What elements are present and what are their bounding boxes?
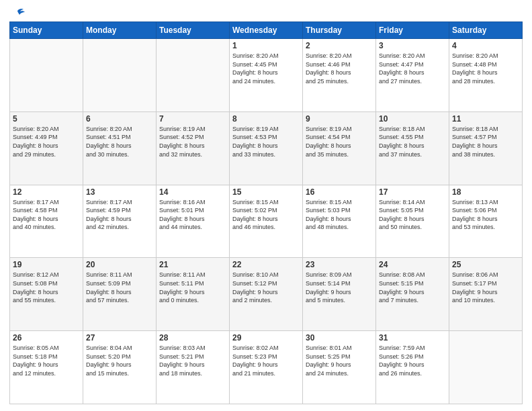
day-number: 16 <box>306 187 373 197</box>
day-info: Sunrise: 8:09 AM Sunset: 5:14 PM Dayligh… <box>306 271 373 304</box>
day-info: Sunrise: 8:19 AM Sunset: 4:53 PM Dayligh… <box>232 125 300 158</box>
day-info: Sunrise: 8:16 AM Sunset: 5:01 PM Dayligh… <box>159 198 226 232</box>
day-info: Sunrise: 8:06 AM Sunset: 5:17 PM Dayligh… <box>452 271 519 304</box>
day-info: Sunrise: 8:20 AM Sunset: 4:51 PM Dayligh… <box>86 125 153 158</box>
day-number: 24 <box>379 260 446 269</box>
day-info: Sunrise: 8:20 AM Sunset: 4:46 PM Dayligh… <box>306 52 373 85</box>
calendar-cell: 2Sunrise: 8:20 AM Sunset: 4:46 PM Daylig… <box>303 39 376 112</box>
calendar-week-2: 5Sunrise: 8:20 AM Sunset: 4:49 PM Daylig… <box>10 111 523 185</box>
day-number: 26 <box>13 333 80 342</box>
day-info: Sunrise: 8:20 AM Sunset: 4:47 PM Dayligh… <box>379 52 446 85</box>
day-number: 3 <box>379 41 446 50</box>
calendar-cell: 8Sunrise: 8:19 AM Sunset: 4:53 PM Daylig… <box>230 111 303 185</box>
calendar-cell: 4Sunrise: 8:20 AM Sunset: 4:48 PM Daylig… <box>449 39 523 112</box>
calendar-week-1: 1Sunrise: 8:20 AM Sunset: 4:45 PM Daylig… <box>10 39 523 112</box>
calendar-cell: 28Sunrise: 8:03 AM Sunset: 5:21 PM Dayli… <box>157 331 230 404</box>
day-number: 15 <box>232 187 300 197</box>
day-info: Sunrise: 8:08 AM Sunset: 5:15 PM Dayligh… <box>379 271 446 304</box>
day-number: 10 <box>379 114 446 124</box>
day-info: Sunrise: 8:04 AM Sunset: 5:20 PM Dayligh… <box>86 344 153 377</box>
day-number: 30 <box>306 333 373 342</box>
calendar-cell: 20Sunrise: 8:11 AM Sunset: 5:09 PM Dayli… <box>83 258 157 331</box>
logo <box>9 9 25 17</box>
calendar-cell: 25Sunrise: 8:06 AM Sunset: 5:17 PM Dayli… <box>449 258 523 331</box>
day-number: 23 <box>306 260 373 269</box>
day-info: Sunrise: 8:01 AM Sunset: 5:25 PM Dayligh… <box>306 344 373 377</box>
day-number: 21 <box>159 260 226 269</box>
day-info: Sunrise: 8:19 AM Sunset: 4:54 PM Dayligh… <box>306 125 373 158</box>
day-number: 20 <box>86 260 153 269</box>
day-info: Sunrise: 8:17 AM Sunset: 4:58 PM Dayligh… <box>13 198 80 232</box>
day-info: Sunrise: 8:15 AM Sunset: 5:03 PM Dayligh… <box>306 198 373 232</box>
calendar-week-4: 19Sunrise: 8:12 AM Sunset: 5:08 PM Dayli… <box>10 258 523 331</box>
day-number: 18 <box>452 187 519 197</box>
day-info: Sunrise: 8:13 AM Sunset: 5:06 PM Dayligh… <box>452 198 519 232</box>
header-thursday: Thursday <box>303 22 376 39</box>
calendar-cell: 22Sunrise: 8:10 AM Sunset: 5:12 PM Dayli… <box>230 258 303 331</box>
calendar-cell: 7Sunrise: 8:19 AM Sunset: 4:52 PM Daylig… <box>157 111 230 185</box>
calendar-cell: 31Sunrise: 7:59 AM Sunset: 5:26 PM Dayli… <box>376 331 449 404</box>
day-number: 28 <box>159 333 226 342</box>
header <box>9 7 523 17</box>
day-info: Sunrise: 8:14 AM Sunset: 5:05 PM Dayligh… <box>379 198 446 232</box>
day-info: Sunrise: 8:11 AM Sunset: 5:11 PM Dayligh… <box>159 271 226 304</box>
calendar-cell: 17Sunrise: 8:14 AM Sunset: 5:05 PM Dayli… <box>376 185 449 258</box>
day-number: 11 <box>452 114 519 124</box>
day-number: 25 <box>452 260 519 269</box>
calendar-cell: 9Sunrise: 8:19 AM Sunset: 4:54 PM Daylig… <box>303 111 376 185</box>
day-number: 13 <box>86 187 153 197</box>
calendar-cell: 3Sunrise: 8:20 AM Sunset: 4:47 PM Daylig… <box>376 39 449 112</box>
header-tuesday: Tuesday <box>157 22 230 39</box>
day-number: 8 <box>232 114 300 124</box>
calendar-cell <box>157 39 230 112</box>
calendar-cell: 26Sunrise: 8:05 AM Sunset: 5:18 PM Dayli… <box>10 331 83 404</box>
calendar-cell: 30Sunrise: 8:01 AM Sunset: 5:25 PM Dayli… <box>303 331 376 404</box>
calendar-cell: 11Sunrise: 8:18 AM Sunset: 4:57 PM Dayli… <box>449 111 523 185</box>
calendar-cell <box>449 331 523 404</box>
day-number: 1 <box>232 41 300 50</box>
day-number: 7 <box>159 114 226 124</box>
header-friday: Friday <box>376 22 449 39</box>
day-number: 2 <box>306 41 373 50</box>
logo-bird-icon <box>10 8 25 20</box>
day-info: Sunrise: 8:11 AM Sunset: 5:09 PM Dayligh… <box>86 271 153 304</box>
day-number: 19 <box>13 260 80 269</box>
weekday-header-row: Sunday Monday Tuesday Wednesday Thursday… <box>10 22 523 39</box>
day-info: Sunrise: 8:10 AM Sunset: 5:12 PM Dayligh… <box>232 271 300 304</box>
day-number: 27 <box>86 333 153 342</box>
calendar-cell: 15Sunrise: 8:15 AM Sunset: 5:02 PM Dayli… <box>230 185 303 258</box>
day-number: 22 <box>232 260 300 269</box>
calendar-cell: 27Sunrise: 8:04 AM Sunset: 5:20 PM Dayli… <box>83 331 157 404</box>
day-info: Sunrise: 8:02 AM Sunset: 5:23 PM Dayligh… <box>232 344 300 377</box>
header-wednesday: Wednesday <box>230 22 303 39</box>
day-number: 14 <box>159 187 226 197</box>
calendar-table: Sunday Monday Tuesday Wednesday Thursday… <box>9 21 523 404</box>
calendar-cell: 18Sunrise: 8:13 AM Sunset: 5:06 PM Dayli… <box>449 185 523 258</box>
day-info: Sunrise: 8:17 AM Sunset: 4:59 PM Dayligh… <box>86 198 153 232</box>
day-info: Sunrise: 8:15 AM Sunset: 5:02 PM Dayligh… <box>232 198 300 232</box>
day-info: Sunrise: 8:12 AM Sunset: 5:08 PM Dayligh… <box>13 271 80 304</box>
day-info: Sunrise: 8:18 AM Sunset: 4:57 PM Dayligh… <box>452 125 519 158</box>
day-info: Sunrise: 7:59 AM Sunset: 5:26 PM Dayligh… <box>379 344 446 377</box>
calendar-cell <box>10 39 83 112</box>
calendar-cell <box>83 39 157 112</box>
day-number: 4 <box>452 41 519 50</box>
page: Sunday Monday Tuesday Wednesday Thursday… <box>0 0 532 411</box>
calendar-cell: 24Sunrise: 8:08 AM Sunset: 5:15 PM Dayli… <box>376 258 449 331</box>
calendar-cell: 10Sunrise: 8:18 AM Sunset: 4:55 PM Dayli… <box>376 111 449 185</box>
day-number: 29 <box>232 333 300 342</box>
calendar-cell: 14Sunrise: 8:16 AM Sunset: 5:01 PM Dayli… <box>157 185 230 258</box>
day-info: Sunrise: 8:03 AM Sunset: 5:21 PM Dayligh… <box>159 344 226 377</box>
calendar-cell: 5Sunrise: 8:20 AM Sunset: 4:49 PM Daylig… <box>10 111 83 185</box>
header-saturday: Saturday <box>449 22 523 39</box>
calendar-week-5: 26Sunrise: 8:05 AM Sunset: 5:18 PM Dayli… <box>10 331 523 404</box>
day-number: 5 <box>13 114 80 124</box>
calendar-cell: 1Sunrise: 8:20 AM Sunset: 4:45 PM Daylig… <box>230 39 303 112</box>
day-number: 9 <box>306 114 373 124</box>
calendar-cell: 29Sunrise: 8:02 AM Sunset: 5:23 PM Dayli… <box>230 331 303 404</box>
day-number: 6 <box>86 114 153 124</box>
calendar-cell: 6Sunrise: 8:20 AM Sunset: 4:51 PM Daylig… <box>83 111 157 185</box>
calendar-cell: 23Sunrise: 8:09 AM Sunset: 5:14 PM Dayli… <box>303 258 376 331</box>
calendar-cell: 13Sunrise: 8:17 AM Sunset: 4:59 PM Dayli… <box>83 185 157 258</box>
day-info: Sunrise: 8:20 AM Sunset: 4:45 PM Dayligh… <box>232 52 300 85</box>
